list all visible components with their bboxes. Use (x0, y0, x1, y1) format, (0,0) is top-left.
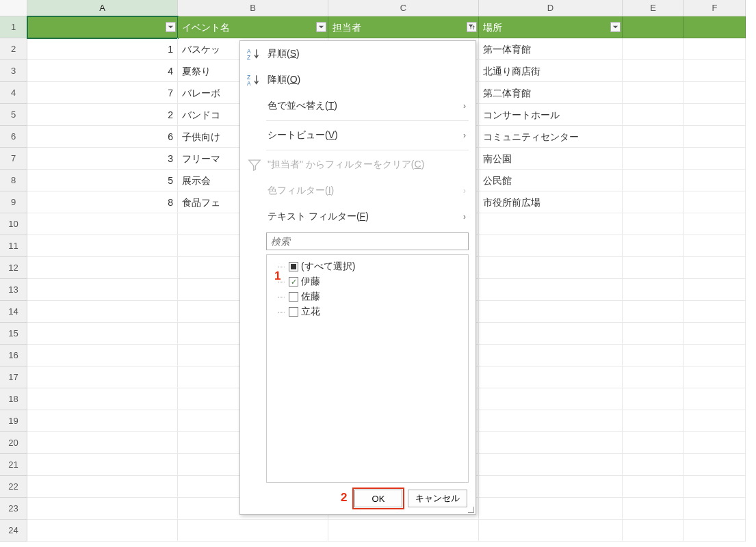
cell[interactable] (623, 257, 684, 279)
cell[interactable] (479, 366, 623, 388)
cell[interactable] (479, 279, 623, 301)
cell[interactable] (328, 520, 479, 542)
cell[interactable]: 第一体育館 (479, 38, 623, 60)
sort-ascending[interactable]: AZ 昇順(S) (240, 41, 475, 67)
row-header[interactable]: 6 (0, 126, 27, 148)
cell[interactable] (623, 213, 684, 235)
cell[interactable]: 担当者 (328, 16, 479, 38)
cell[interactable] (684, 148, 746, 170)
row-header[interactable]: 10 (0, 213, 27, 235)
cell[interactable] (479, 345, 623, 366)
row-header[interactable]: 11 (0, 235, 27, 257)
col-header-F[interactable]: F (684, 0, 746, 16)
row-header[interactable]: 14 (0, 301, 27, 323)
cell[interactable]: 南公園 (479, 148, 623, 170)
cell[interactable] (178, 520, 328, 542)
cell[interactable] (684, 345, 746, 366)
select-all-corner[interactable] (0, 0, 27, 16)
cell[interactable] (684, 520, 746, 542)
cell[interactable] (479, 476, 623, 498)
cell[interactable] (623, 388, 684, 410)
cell[interactable] (479, 388, 623, 410)
cell[interactable]: 3 (27, 148, 178, 170)
cell[interactable] (623, 82, 684, 104)
cell[interactable] (623, 38, 684, 60)
cell[interactable]: 6 (27, 126, 178, 148)
cell[interactable] (27, 388, 178, 410)
row-header[interactable]: 23 (0, 498, 27, 520)
cell[interactable] (684, 213, 746, 235)
sort-descending[interactable]: ZA 降順(O) (240, 67, 475, 93)
cell[interactable] (27, 432, 178, 454)
cell[interactable] (684, 16, 746, 38)
filter-check-item[interactable]: 立花 (271, 304, 464, 319)
cell[interactable] (623, 366, 684, 388)
row-header[interactable]: 12 (0, 257, 27, 279)
filter-check-item[interactable]: (すべて選択) (271, 259, 464, 274)
cell[interactable] (27, 498, 178, 520)
checkbox[interactable] (289, 307, 298, 317)
cell[interactable] (623, 432, 684, 454)
cell[interactable] (684, 38, 746, 60)
row-header[interactable]: 24 (0, 520, 27, 542)
cell[interactable] (27, 345, 178, 366)
cell[interactable] (479, 520, 623, 542)
cell[interactable] (623, 454, 684, 476)
cell[interactable]: 第二体育館 (479, 82, 623, 104)
cell[interactable] (27, 410, 178, 432)
sort-by-color[interactable]: 色で並べ替え(T) › (240, 93, 475, 119)
row-header[interactable]: 8 (0, 170, 27, 191)
cell[interactable]: コンサートホール (479, 104, 623, 126)
cell[interactable]: 公民館 (479, 170, 623, 191)
cell[interactable] (623, 279, 684, 301)
filter-check-item[interactable]: 伊藤 (271, 274, 464, 289)
filter-checklist[interactable]: (すべて選択)伊藤佐藤立花 (266, 254, 469, 483)
cell[interactable] (479, 213, 623, 235)
cell[interactable]: 2 (27, 104, 178, 126)
cell[interactable]: コミュニティセンター (479, 126, 623, 148)
cancel-button[interactable]: キャンセル (408, 490, 467, 507)
cell[interactable] (27, 213, 178, 235)
cell[interactable] (27, 279, 178, 301)
row-header[interactable]: 17 (0, 366, 27, 388)
cell[interactable] (684, 104, 746, 126)
cell[interactable] (27, 16, 178, 38)
row-header[interactable]: 18 (0, 388, 27, 410)
cell[interactable] (684, 432, 746, 454)
filter-dropdown-icon[interactable] (610, 22, 621, 32)
cell[interactable] (684, 388, 746, 410)
filter-check-item[interactable]: 佐藤 (271, 289, 464, 304)
cell[interactable] (479, 454, 623, 476)
cell[interactable] (684, 454, 746, 476)
row-header[interactable]: 7 (0, 148, 27, 170)
cell[interactable] (479, 498, 623, 520)
row-header[interactable]: 4 (0, 82, 27, 104)
cell[interactable]: 5 (27, 170, 178, 191)
cell[interactable] (479, 410, 623, 432)
cell[interactable] (27, 323, 178, 345)
cell[interactable] (27, 476, 178, 498)
cell[interactable]: 7 (27, 82, 178, 104)
cell[interactable] (623, 498, 684, 520)
row-header[interactable]: 5 (0, 104, 27, 126)
cell[interactable] (479, 432, 623, 454)
cell[interactable] (479, 257, 623, 279)
row-header[interactable]: 16 (0, 345, 27, 366)
cell[interactable] (684, 279, 746, 301)
col-header-E[interactable]: E (623, 0, 684, 16)
filter-active-icon[interactable] (467, 22, 477, 32)
row-header[interactable]: 13 (0, 279, 27, 301)
row-header[interactable]: 19 (0, 410, 27, 432)
cell[interactable]: 市役所前広場 (479, 191, 623, 213)
cell[interactable] (684, 301, 746, 323)
col-header-A[interactable]: A (27, 0, 178, 16)
cell[interactable] (623, 410, 684, 432)
cell[interactable] (623, 476, 684, 498)
row-header[interactable]: 15 (0, 323, 27, 345)
cell[interactable] (684, 126, 746, 148)
filter-dropdown-icon[interactable] (316, 22, 326, 32)
cell[interactable] (27, 257, 178, 279)
cell[interactable] (684, 60, 746, 82)
col-header-B[interactable]: B (178, 0, 328, 16)
sheet-view[interactable]: シートビュー(V) › (240, 122, 475, 148)
